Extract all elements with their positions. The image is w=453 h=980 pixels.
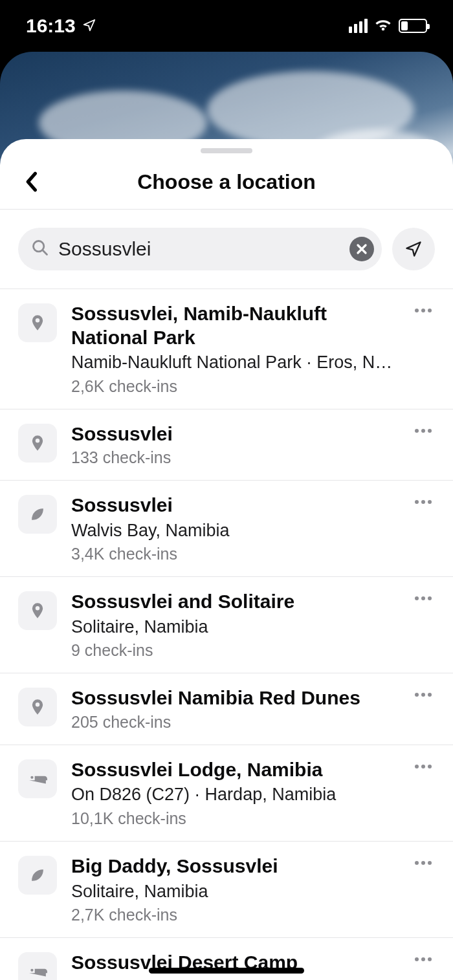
search-box[interactable] bbox=[18, 228, 382, 270]
result-checkins: 2,7K check-ins bbox=[71, 906, 397, 924]
location-result[interactable]: Sossusvlei133 check-ins bbox=[0, 409, 453, 481]
result-checkins: 205 check-ins bbox=[71, 713, 397, 732]
leaf-icon bbox=[18, 495, 57, 534]
location-result[interactable]: Sossusvlei Namibia Red Dunes205 check-in… bbox=[0, 673, 453, 745]
more-button[interactable] bbox=[412, 758, 435, 768]
more-button[interactable] bbox=[412, 686, 435, 697]
result-checkins: 2,6K check-ins bbox=[71, 377, 397, 396]
more-button[interactable] bbox=[412, 422, 435, 433]
wifi-icon bbox=[374, 17, 392, 34]
bed-icon bbox=[18, 952, 57, 980]
bed-icon bbox=[18, 759, 57, 798]
result-title: Sossusvlei and Solitaire bbox=[71, 590, 397, 614]
location-result[interactable]: Sossusvlei Lodge, NamibiaOn D826 (C27)·H… bbox=[0, 745, 453, 842]
status-bar: 16:13 bbox=[0, 0, 453, 52]
current-location-button[interactable] bbox=[392, 228, 435, 270]
result-checkins: 3,4K check-ins bbox=[71, 545, 397, 563]
more-button[interactable] bbox=[412, 494, 435, 504]
more-button[interactable] bbox=[412, 302, 435, 312]
more-button[interactable] bbox=[412, 855, 435, 865]
result-title: Sossusvlei bbox=[71, 422, 397, 446]
result-title: Sossusvlei bbox=[71, 494, 397, 517]
result-checkins: 96 check-ins bbox=[71, 977, 397, 980]
result-title: Big Daddy, Sossusvlei bbox=[71, 855, 397, 878]
home-indicator[interactable] bbox=[149, 968, 304, 974]
result-title: Sossusvlei, Namib-Naukluft National Park bbox=[71, 302, 397, 349]
result-checkins: 10,1K check-ins bbox=[71, 809, 397, 828]
pin-icon bbox=[18, 424, 57, 463]
location-result[interactable]: Big Daddy, SossusvleiSolitaire, Namibia2… bbox=[0, 842, 453, 938]
result-checkins: 9 check-ins bbox=[71, 641, 397, 660]
pin-icon bbox=[18, 688, 57, 726]
location-result[interactable]: SossusvleiWalvis Bay, Namibia3,4K check-… bbox=[0, 481, 453, 577]
result-subtitle: Namib-Naukluft National Park·Eros, Nam… bbox=[71, 351, 397, 374]
result-subtitle: On D826 (C27)·Hardap, Namibia bbox=[71, 783, 397, 806]
more-button[interactable] bbox=[412, 951, 435, 961]
status-time: 16:13 bbox=[26, 15, 76, 37]
result-title: Sossusvlei Lodge, Namibia bbox=[71, 758, 397, 782]
sheet-title: Choose a location bbox=[0, 170, 453, 194]
pin-icon bbox=[18, 591, 57, 630]
battery-icon bbox=[399, 19, 427, 33]
more-button[interactable] bbox=[412, 590, 435, 600]
location-result[interactable]: Sossusvlei Desert Camp96 check-ins bbox=[0, 938, 453, 980]
result-checkins: 133 check-ins bbox=[71, 448, 397, 467]
result-subtitle: Walvis Bay, Namibia bbox=[71, 519, 397, 542]
pin-icon bbox=[18, 303, 57, 342]
cell-signal-icon bbox=[349, 19, 368, 33]
location-services-icon bbox=[82, 15, 96, 37]
location-result[interactable]: Sossusvlei and SolitaireSolitaire, Namib… bbox=[0, 577, 453, 673]
result-title: Sossusvlei Namibia Red Dunes bbox=[71, 686, 397, 710]
leaf-icon bbox=[18, 856, 57, 895]
sheet-grabber[interactable] bbox=[201, 148, 252, 153]
back-button[interactable] bbox=[18, 169, 44, 195]
clear-search-button[interactable] bbox=[349, 237, 374, 261]
location-result[interactable]: Sossusvlei, Namib-Naukluft National Park… bbox=[0, 289, 453, 409]
results-list: Sossusvlei, Namib-Naukluft National Park… bbox=[0, 289, 453, 980]
svg-line-1 bbox=[43, 250, 47, 254]
search-input[interactable] bbox=[58, 238, 340, 260]
search-icon bbox=[31, 239, 49, 259]
location-sheet: Choose a location Sossusvlei, Namib-Nauk… bbox=[0, 139, 453, 980]
result-subtitle: Solitaire, Namibia bbox=[71, 615, 397, 638]
result-subtitle: Solitaire, Namibia bbox=[71, 880, 397, 903]
